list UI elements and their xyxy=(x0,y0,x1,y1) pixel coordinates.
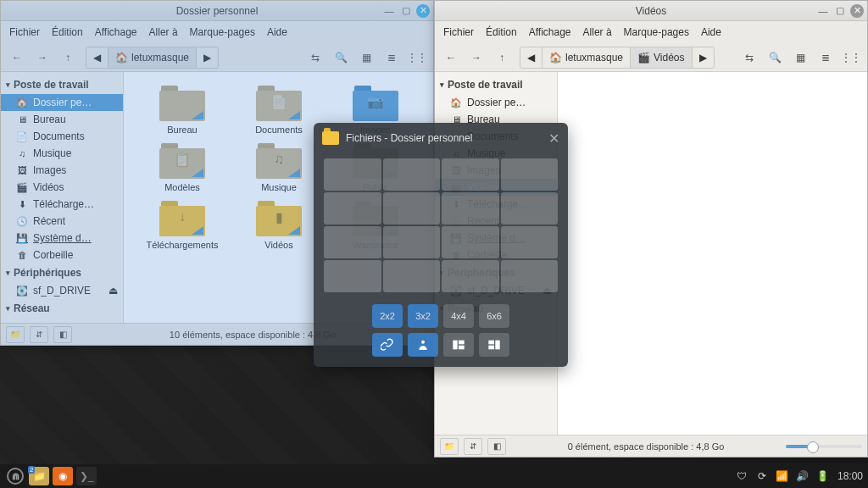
compact-view-button[interactable]: ⋮⋮ xyxy=(406,47,428,69)
autotile-button[interactable] xyxy=(408,333,438,357)
sidebar-item-downloads[interactable]: ⬇Télécharge… xyxy=(1,196,123,213)
forward-button[interactable]: → xyxy=(465,47,487,69)
sidebar-heading-network[interactable]: ▾Réseau xyxy=(1,299,123,318)
toggle-location-button[interactable]: ⇆ xyxy=(738,47,760,69)
sidebar-heading-computer[interactable]: ▾Poste de travail xyxy=(1,75,123,94)
tile-zone[interactable] xyxy=(442,158,499,191)
clock[interactable]: 18:00 xyxy=(837,470,863,482)
icon-view[interactable] xyxy=(558,72,867,435)
sidebar-item-home[interactable]: 🏠Dossier pe… xyxy=(435,94,557,111)
taskbar-app-files[interactable]: 2📁 xyxy=(29,467,49,485)
sidebar-item-home[interactable]: 🏠Dossier pe… xyxy=(1,94,123,111)
tile-zone[interactable] xyxy=(383,226,441,258)
tile-zone[interactable] xyxy=(501,158,559,191)
up-button[interactable]: ↑ xyxy=(57,47,79,69)
tile-zone[interactable] xyxy=(324,192,381,225)
folder-modèles[interactable]: 📋Modèles xyxy=(136,141,229,192)
menu-edit[interactable]: Édition xyxy=(486,26,517,38)
menu-view[interactable]: Affichage xyxy=(529,26,571,38)
shield-icon[interactable]: 🛡 xyxy=(736,470,748,482)
list-view-button[interactable]: ≣ xyxy=(381,47,403,69)
sidebar-heading-computer[interactable]: ▾Poste de travail xyxy=(435,75,557,94)
sidebar-item-documents[interactable]: 📄Documents xyxy=(1,128,123,145)
path-prev[interactable]: ◀ xyxy=(520,47,542,68)
menu-go[interactable]: Aller à xyxy=(149,26,178,38)
minimize-button[interactable]: — xyxy=(816,4,830,18)
titlebar[interactable]: Dossier personnel — ▢ ✕ xyxy=(1,1,433,21)
tile-zone[interactable] xyxy=(442,226,499,258)
link-button[interactable] xyxy=(372,333,403,357)
tile-zone[interactable] xyxy=(324,260,381,292)
menu-file[interactable]: Fichier xyxy=(443,26,474,38)
menu-edit[interactable]: Édition xyxy=(52,26,83,38)
sidebar-toggle[interactable]: ◧ xyxy=(53,326,72,343)
back-button[interactable]: ← xyxy=(6,47,28,69)
eject-icon[interactable]: ⏏ xyxy=(108,285,118,297)
sidebar-heading-devices[interactable]: ▾Périphériques xyxy=(1,263,123,282)
menu-bookmarks[interactable]: Marque-pages xyxy=(190,26,255,38)
path-videos[interactable]: 🎬 Vidéos xyxy=(631,47,692,68)
grid-6x6-button[interactable]: 6x6 xyxy=(479,304,509,328)
sidebar-item-music[interactable]: ♫Musique xyxy=(1,145,123,162)
zoom-slider[interactable] xyxy=(786,445,862,448)
sidebar-item-filesystem[interactable]: 💾Système d… xyxy=(1,230,123,247)
back-button[interactable]: ← xyxy=(440,47,462,69)
tile-zone[interactable] xyxy=(324,226,381,258)
tile-zone[interactable] xyxy=(501,226,559,258)
tile-zone[interactable] xyxy=(383,192,441,225)
compact-view-button[interactable]: ⋮⋮ xyxy=(840,47,862,69)
menu-file[interactable]: Fichier xyxy=(9,26,40,38)
tree-toggle[interactable]: ⇵ xyxy=(464,438,482,455)
path-home[interactable]: 🏠 letuxmasque xyxy=(542,47,631,68)
tile-zone[interactable] xyxy=(442,260,499,292)
overlay-close-button[interactable]: ✕ xyxy=(548,130,559,147)
close-button[interactable]: ✕ xyxy=(850,4,864,18)
folder-documents[interactable]: 📄Documents xyxy=(232,84,326,135)
folder-vidéos[interactable]: ▮Vidéos xyxy=(232,199,326,250)
tile-zone[interactable] xyxy=(501,192,559,225)
sidebar-toggle[interactable]: ◧ xyxy=(487,438,506,455)
overlay-titlebar[interactable]: Fichiers - Dossier personnel ✕ xyxy=(314,123,568,153)
sidebar-item-drive[interactable]: 💽sf_D_DRIVE⏏ xyxy=(1,282,123,299)
search-button[interactable]: 🔍 xyxy=(330,47,352,69)
maximize-button[interactable]: ▢ xyxy=(399,4,413,18)
layout-left-button[interactable] xyxy=(443,333,474,357)
tile-zone[interactable] xyxy=(501,260,559,292)
list-view-button[interactable]: ≣ xyxy=(815,47,837,69)
menu-help[interactable]: Aide xyxy=(267,26,287,38)
network-icon[interactable]: 📶 xyxy=(776,470,788,482)
up-button[interactable]: ↑ xyxy=(491,47,513,69)
path-next[interactable]: ▶ xyxy=(197,47,218,68)
sidebar-item-videos[interactable]: 🎬Vidéos xyxy=(1,179,123,196)
tile-zone[interactable] xyxy=(324,158,381,191)
tile-zone[interactable] xyxy=(383,260,441,292)
grid-4x4-button[interactable]: 4x4 xyxy=(443,304,474,328)
path-home[interactable]: 🏠 letuxmasque xyxy=(108,47,197,68)
places-toggle[interactable]: 📁 xyxy=(6,326,25,343)
sound-icon[interactable]: 🔊 xyxy=(797,470,809,482)
folder-bureau[interactable]: Bureau xyxy=(136,84,229,135)
folder-musique[interactable]: ♫Musique xyxy=(232,141,326,192)
search-button[interactable]: 🔍 xyxy=(764,47,786,69)
update-icon[interactable]: ⟳ xyxy=(756,470,768,482)
taskbar-app-firefox[interactable]: ◉ xyxy=(53,467,73,485)
folder-téléchargements[interactable]: ↓Téléchargements xyxy=(136,199,229,250)
minimize-button[interactable]: — xyxy=(382,4,396,18)
places-toggle[interactable]: 📁 xyxy=(440,438,459,455)
grid-2x2-button[interactable]: 2x2 xyxy=(372,304,403,328)
sidebar-item-trash[interactable]: 🗑Corbeille xyxy=(1,247,123,263)
menu-view[interactable]: Affichage xyxy=(95,26,137,38)
sidebar-item-desktop[interactable]: 🖥Bureau xyxy=(1,111,123,128)
forward-button[interactable]: → xyxy=(31,47,53,69)
battery-icon[interactable]: 🔋 xyxy=(817,470,829,482)
toggle-location-button[interactable]: ⇆ xyxy=(304,47,326,69)
tile-zone[interactable] xyxy=(442,192,499,225)
tile-zone[interactable] xyxy=(383,158,441,191)
menu-bookmarks[interactable]: Marque-pages xyxy=(624,26,689,38)
taskbar-app-terminal[interactable]: ❯_ xyxy=(76,467,97,485)
sidebar-item-images[interactable]: 🖼Images xyxy=(1,162,123,179)
close-button[interactable]: ✕ xyxy=(416,4,430,18)
sidebar-item-recent[interactable]: 🕓Récent xyxy=(1,213,123,230)
grid-3x2-button[interactable]: 3x2 xyxy=(408,304,438,328)
menu-go[interactable]: Aller à xyxy=(583,26,612,38)
